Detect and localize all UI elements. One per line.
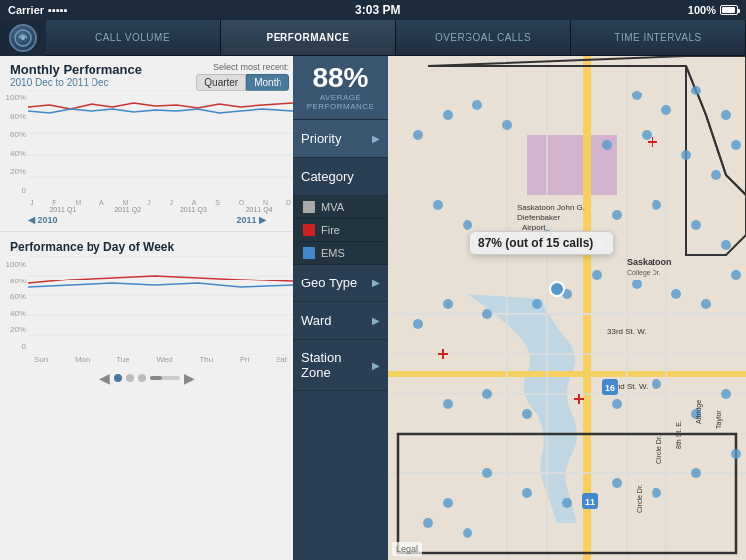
fire-label: Fire: [321, 224, 340, 236]
svg-point-39: [642, 130, 652, 140]
quarter-button[interactable]: Quarter: [196, 74, 246, 91]
svg-point-52: [632, 280, 642, 289]
svg-point-36: [731, 140, 741, 150]
svg-point-34: [691, 86, 701, 95]
battery-label: 100%: [688, 4, 716, 16]
svg-text:Circle Dr.: Circle Dr.: [636, 484, 643, 513]
svg-text:11: 11: [585, 497, 595, 507]
year-right: 2011 ▶: [236, 215, 266, 225]
tab-time-intervals[interactable]: Time Intervals: [571, 20, 746, 55]
svg-text:8th St. E.: 8th St. E.: [675, 420, 682, 449]
select-buttons: Quarter Month: [196, 74, 289, 91]
filter-panel: 88% AVERAGEPERFORMANCE Priority ▶ Catego…: [293, 56, 388, 560]
svg-point-75: [463, 528, 472, 538]
filter-ward[interactable]: Ward ▶: [293, 302, 388, 340]
select-recent-label: Select most recent:: [196, 62, 289, 72]
page-next[interactable]: ▶: [184, 370, 195, 386]
svg-text:16: 16: [605, 383, 615, 393]
svg-point-58: [413, 319, 423, 329]
legend-text: Legal: [396, 544, 418, 554]
tab-call-volume[interactable]: Call Volume: [46, 20, 221, 55]
map-legend: Legal: [392, 542, 422, 556]
monthly-chart: [28, 90, 293, 199]
page-scrollbar: [150, 376, 180, 380]
svg-point-41: [433, 200, 443, 210]
select-recent-area: Select most recent: Quarter Month: [196, 62, 289, 91]
nav-tabs: Call Volume Performance Overgoal Calls T…: [46, 20, 746, 55]
dow-chart-container: 100% 80% 60% 40% 20% 0: [0, 256, 293, 355]
cat-mva[interactable]: MVA: [293, 196, 388, 219]
svg-point-53: [592, 270, 602, 280]
svg-point-61: [522, 409, 532, 419]
dow-title: Performance by Day of Week: [10, 240, 283, 254]
svg-point-40: [602, 140, 612, 150]
svg-point-63: [652, 379, 661, 389]
svg-point-72: [482, 468, 492, 478]
map-panel: 22nd St. W. 33rd St. W. Saskatoon Colleg…: [388, 56, 746, 560]
year-nav: ◀ 2010 2011 ▶: [0, 213, 293, 227]
svg-point-62: [612, 399, 622, 409]
left-panel: Monthly Performance 2010 Dec to 2011 Dec…: [0, 56, 293, 560]
svg-point-38: [681, 150, 691, 160]
svg-point-32: [632, 91, 642, 100]
svg-point-49: [731, 270, 741, 280]
svg-point-50: [701, 299, 711, 309]
svg-point-37: [711, 170, 721, 180]
svg-point-70: [562, 498, 572, 508]
svg-text:College Dr.: College Dr.: [627, 269, 661, 277]
filter-geo-type[interactable]: Geo Type ▶: [293, 265, 388, 302]
filter-category[interactable]: Category: [293, 158, 388, 196]
dow-section: Performance by Day of Week: [0, 236, 293, 256]
svg-point-69: [612, 478, 622, 488]
signal-icon: ▪▪▪▪▪: [48, 4, 68, 16]
svg-point-60: [482, 389, 492, 399]
filter-priority[interactable]: Priority ▶: [293, 120, 388, 158]
filter-station-zone[interactable]: Station Zone ▶: [293, 340, 388, 391]
month-button[interactable]: Month: [246, 74, 289, 91]
mva-swatch: [303, 201, 315, 213]
status-left: Carrier ▪▪▪▪▪: [8, 4, 68, 16]
status-bar: Carrier ▪▪▪▪▪ 3:03 PM 100%: [0, 0, 746, 20]
svg-point-67: [691, 468, 701, 478]
divider: [0, 231, 293, 232]
pagination: ◀ ▶: [0, 364, 293, 392]
svg-text:Saskatoon John G.: Saskatoon John G.: [517, 203, 585, 212]
map-svg: 22nd St. W. 33rd St. W. Saskatoon Colleg…: [388, 56, 746, 560]
svg-text:Attridge: Attridge: [695, 400, 703, 424]
svg-point-82: [550, 282, 564, 296]
quarter-labels: 2011 Q1 2011 Q2 2011 Q3 2011 Q4: [28, 206, 293, 213]
svg-point-74: [423, 518, 433, 528]
dow-y-labels: 100% 80% 60% 40% 20% 0: [0, 256, 28, 355]
svg-point-35: [721, 110, 731, 120]
category-sub-items: MVA Fire EMS: [293, 196, 388, 265]
tooltip-text: 87% (out of 15 calls): [478, 236, 593, 250]
svg-point-47: [691, 220, 701, 230]
svg-rect-14: [388, 56, 746, 560]
logo-icon: [9, 24, 37, 52]
page-prev[interactable]: ◀: [99, 370, 110, 386]
nav-bar: Call Volume Performance Overgoal Calls T…: [0, 20, 746, 56]
tab-performance[interactable]: Performance: [221, 20, 396, 55]
svg-point-45: [612, 210, 622, 220]
svg-point-65: [721, 389, 731, 399]
svg-point-33: [661, 105, 671, 115]
cat-ems[interactable]: EMS: [293, 242, 388, 265]
tab-overgoal-calls[interactable]: Overgoal Calls: [396, 20, 571, 55]
map-tooltip: 87% (out of 15 calls): [469, 231, 614, 255]
monthly-header: Monthly Performance 2010 Dec to 2011 Dec…: [0, 56, 293, 90]
svg-point-51: [671, 289, 681, 299]
page-dot-3: [138, 374, 146, 382]
cat-fire[interactable]: Fire: [293, 219, 388, 242]
category-label: Category: [301, 169, 354, 184]
svg-text:Taylor: Taylor: [715, 410, 723, 429]
priority-arrow: ▶: [372, 133, 380, 144]
performance-box: 88% AVERAGEPERFORMANCE: [293, 56, 388, 120]
page-dot-2: [126, 374, 134, 382]
svg-point-66: [731, 449, 741, 459]
svg-text:Saskatoon: Saskatoon: [627, 257, 672, 267]
dow-chart: [28, 256, 293, 355]
mva-label: MVA: [321, 201, 344, 213]
ems-label: EMS: [321, 247, 345, 259]
x-axis-labels: J F M A M J J A S O N D: [28, 199, 293, 206]
svg-point-71: [522, 488, 532, 498]
